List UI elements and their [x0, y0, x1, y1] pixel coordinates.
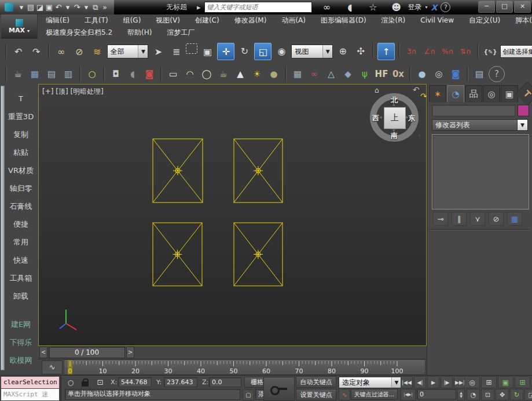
sidebar-script-button[interactable]: 建E网	[3, 315, 38, 333]
environment-dialog-icon[interactable]: ▥	[61, 67, 76, 82]
viewcube-top-face[interactable]: 上	[384, 107, 406, 129]
viewcube-up-arrow-icon[interactable]: ▴	[392, 101, 395, 107]
auto-key-button[interactable]: 自动关键点	[296, 376, 336, 388]
select-and-place-icon[interactable]: ◉	[273, 43, 289, 59]
plane-primitive-icon[interactable]: ▭	[166, 67, 181, 82]
new-file-icon[interactable]: ▤	[26, 0, 35, 15]
zoom-icon[interactable]: ◎	[464, 376, 480, 388]
sidebar-script-button[interactable]: 欧模网	[3, 351, 38, 369]
selection-lock-icon[interactable]	[79, 377, 91, 388]
toolbar-handle[interactable]	[5, 67, 7, 82]
keyboard-override-icon[interactable]: ↑	[377, 43, 395, 60]
tab-hierarchy[interactable]: 品	[465, 85, 482, 102]
pin-stack-icon[interactable]: ⊸	[433, 212, 448, 226]
plane-object[interactable]	[153, 139, 203, 203]
close-button[interactable]: ×	[514, 1, 531, 13]
rectangular-selection-region-icon[interactable]	[186, 43, 197, 54]
menu-item-11[interactable]: 脚本(S)	[508, 14, 532, 27]
spinner-snap-icon[interactable]: ⇅∩	[457, 43, 474, 60]
maxscript-macro-line[interactable]: clearSelection	[1, 377, 59, 388]
configure-modifier-sets-icon[interactable]: ▦	[507, 212, 522, 226]
redo-icon[interactable]: ↷	[72, 0, 82, 15]
signin-label[interactable]: 登录	[408, 2, 422, 12]
signin-caret-icon[interactable]: ▾	[425, 5, 428, 10]
menu-item-4[interactable]: 创建(C)	[188, 14, 227, 27]
maximize-button[interactable]: □	[496, 1, 513, 13]
time-configuration-icon[interactable]: ◔	[467, 389, 480, 400]
redo-icon[interactable]: ↷	[28, 43, 45, 60]
sidebar-script-button[interactable]: 重置3D	[3, 108, 38, 126]
frame-spinner[interactable]: ▲▼	[457, 389, 465, 400]
pylon-icon[interactable]: △	[324, 67, 339, 82]
tab-motion[interactable]: ◎	[483, 85, 500, 102]
viewport-top[interactable]: [+] [顶] [明暗处理] 上 北 南 西 东 ▴ ▾ ◂ ▸ ⌂ ↶ ↷ ◦	[38, 84, 427, 346]
dropdown-arrow-icon[interactable]: ▼	[138, 45, 148, 58]
mini-curve-editor-button[interactable]: ∿	[42, 360, 63, 374]
z-coordinate-field[interactable]: 0.0	[209, 377, 241, 387]
menu-item-8[interactable]: 渲染(R)	[374, 14, 413, 27]
edit-named-selection-sets-icon[interactable]: {✎}	[482, 43, 498, 60]
y-coordinate-field[interactable]: 237.643	[164, 377, 197, 387]
named-selection-set-field[interactable]: 创建选择集	[500, 45, 532, 58]
viewcube-left-arrow-icon[interactable]: ◂	[379, 114, 382, 120]
zoom-extents-all-icon[interactable]: ⊞	[515, 376, 530, 388]
maximize-viewport-icon[interactable]: ◲	[524, 389, 532, 400]
sphere-primitive-icon[interactable]: ●	[266, 67, 281, 82]
viewcube-down-arrow-icon[interactable]: ▾	[392, 127, 395, 133]
next-frame-icon[interactable]: |▶	[441, 376, 453, 388]
minimize-button[interactable]: ─	[478, 1, 495, 13]
time-slider-next-button[interactable]: >	[126, 347, 134, 358]
sphere-select-icon[interactable]: ◙	[448, 67, 463, 82]
previous-frame-icon[interactable]: ◀|	[414, 376, 426, 388]
tab-modify[interactable]: ◔	[447, 85, 464, 102]
sidebar-script-button[interactable]: 复制	[3, 126, 38, 144]
sidebar-script-button[interactable]: 常用	[3, 233, 38, 251]
sidebar-script-button[interactable]: 便捷	[3, 215, 38, 233]
open-file-icon[interactable]: ◪	[35, 0, 45, 15]
molecule-icon[interactable]: ∞	[307, 67, 322, 82]
rock-icon[interactable]: ◆	[340, 67, 355, 82]
sidebar-script-button[interactable]: 粘贴	[3, 144, 38, 161]
viewcube-right-arrow-icon[interactable]: ▸	[406, 114, 409, 120]
dropdown-arrow-icon[interactable]: ▼	[517, 120, 527, 130]
region-zoom-icon[interactable]: ⊡	[481, 389, 494, 400]
pan-hand-icon[interactable]: ✥	[496, 389, 509, 400]
viewcube-rotate-right-icon[interactable]: ↷	[420, 91, 427, 101]
dropdown-arrow-icon[interactable]: ▼	[391, 377, 401, 388]
viewcube-west-label[interactable]: 西	[372, 113, 379, 123]
isolate-selection-icon[interactable]: ○	[65, 377, 76, 388]
undo-dropdown-icon[interactable]: ▾	[63, 0, 72, 15]
dropdown-arrow-icon[interactable]: ▼	[322, 45, 332, 58]
sidebar-script-button[interactable]: 快速	[3, 251, 38, 269]
viewcube-rotate-left-icon[interactable]: ↶	[413, 85, 420, 94]
teapot-primitive-icon[interactable]: ☕	[216, 67, 231, 82]
select-and-move-icon[interactable]: ✛	[217, 43, 234, 60]
menu-item-0[interactable]: 编辑(E)	[38, 14, 77, 27]
light-lister-icon[interactable]: ○	[85, 67, 100, 82]
menu-item-1[interactable]: 工具(T)	[77, 14, 116, 27]
menu-item-10[interactable]: 自定义(U)	[461, 14, 508, 27]
hair-fur-icon[interactable]: HF	[374, 67, 389, 82]
set-key-big-button[interactable]	[263, 377, 295, 401]
box-array-icon[interactable]: ▦	[290, 67, 305, 82]
undo-icon[interactable]: ↶	[10, 43, 27, 60]
menu-item-7[interactable]: 图形编辑器(D)	[313, 14, 374, 27]
bind-to-space-warp-icon[interactable]: ≋	[89, 43, 105, 60]
select-and-manipulate-icon[interactable]: ✣	[353, 43, 369, 59]
app-logo-icon[interactable]	[5, 3, 13, 12]
plane-object[interactable]	[234, 223, 282, 286]
sidebar-script-button[interactable]: 下得乐	[3, 333, 38, 351]
key-mode-toggle-icon[interactable]: |◀▶|	[401, 389, 416, 400]
object-name-field[interactable]	[432, 105, 515, 116]
select-and-rotate-icon[interactable]: ↻	[236, 43, 252, 59]
angle-snap-icon[interactable]: ∠∩	[421, 43, 438, 60]
plane-object[interactable]	[234, 139, 282, 203]
sidebar-script-button[interactable]: T	[3, 90, 38, 108]
isolate-dialog-icon[interactable]: ▢	[243, 389, 254, 400]
go-to-start-icon[interactable]: |◀◀	[401, 376, 413, 388]
selection-filter-dropdown[interactable]: 全部▼	[107, 45, 149, 58]
exchange-icon[interactable]: X	[431, 3, 438, 12]
viewport-objects[interactable]	[39, 84, 426, 345]
user-icon[interactable]: ☻	[388, 0, 405, 16]
rendered-frame-window-icon[interactable]: ▦	[27, 67, 42, 82]
